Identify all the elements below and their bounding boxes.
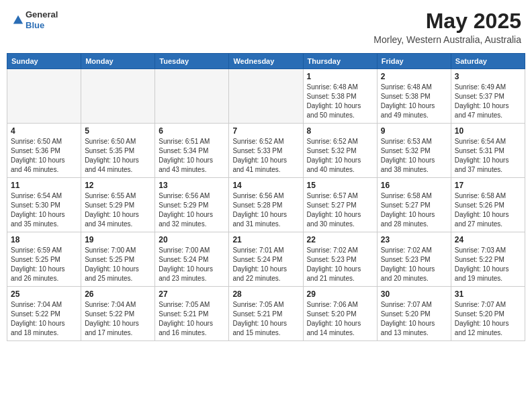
day-info: Sunrise: 6:57 AMSunset: 5:27 PMDaylight:… xyxy=(307,191,373,229)
calendar-table: SundayMondayTuesdayWednesdayThursdayFrid… xyxy=(7,53,525,341)
calendar-cell: 20Sunrise: 7:00 AMSunset: 5:24 PMDayligh… xyxy=(155,232,229,287)
calendar-cell: 15Sunrise: 6:57 AMSunset: 5:27 PMDayligh… xyxy=(303,178,377,232)
day-info: Sunrise: 7:06 AMSunset: 5:20 PMDaylight:… xyxy=(307,300,373,338)
day-number: 6 xyxy=(159,126,225,136)
calendar-cell: 17Sunrise: 6:58 AMSunset: 5:26 PMDayligh… xyxy=(451,178,525,232)
calendar-cell: 19Sunrise: 7:00 AMSunset: 5:25 PMDayligh… xyxy=(81,232,155,287)
calendar-week-row: 11Sunrise: 6:54 AMSunset: 5:30 PMDayligh… xyxy=(7,178,525,232)
calendar-cell xyxy=(81,69,155,124)
day-info: Sunrise: 7:04 AMSunset: 5:22 PMDaylight:… xyxy=(85,300,151,338)
calendar-cell: 16Sunrise: 6:58 AMSunset: 5:27 PMDayligh… xyxy=(377,178,451,232)
calendar-cell: 13Sunrise: 6:56 AMSunset: 5:29 PMDayligh… xyxy=(155,178,229,232)
day-number: 4 xyxy=(11,126,77,136)
day-number: 20 xyxy=(159,235,225,244)
calendar-cell: 1Sunrise: 6:48 AMSunset: 5:38 PMDaylight… xyxy=(303,69,377,124)
day-number: 1 xyxy=(307,72,373,81)
day-number: 28 xyxy=(232,289,299,299)
calendar-cell: 11Sunrise: 6:54 AMSunset: 5:30 PMDayligh… xyxy=(7,178,81,232)
day-number: 18 xyxy=(11,235,77,244)
day-number: 14 xyxy=(232,181,299,190)
logo-icon xyxy=(12,14,24,26)
day-number: 25 xyxy=(11,289,77,299)
calendar-cell: 27Sunrise: 7:05 AMSunset: 5:21 PMDayligh… xyxy=(155,287,229,341)
calendar-cell: 3Sunrise: 6:49 AMSunset: 5:37 PMDaylight… xyxy=(451,69,525,124)
page-header: General Blue May 2025 Morley, Western Au… xyxy=(7,7,525,48)
day-info: Sunrise: 7:00 AMSunset: 5:24 PMDaylight:… xyxy=(159,246,225,283)
day-info: Sunrise: 6:58 AMSunset: 5:27 PMDaylight:… xyxy=(381,191,447,229)
calendar-cell: 21Sunrise: 7:01 AMSunset: 5:24 PMDayligh… xyxy=(229,232,303,287)
calendar-cell: 18Sunrise: 6:59 AMSunset: 5:25 PMDayligh… xyxy=(7,232,81,287)
day-number: 22 xyxy=(307,235,373,244)
day-number: 7 xyxy=(232,126,299,136)
weekday-header: Saturday xyxy=(451,54,525,69)
day-info: Sunrise: 7:02 AMSunset: 5:23 PMDaylight:… xyxy=(381,246,447,283)
day-info: Sunrise: 7:02 AMSunset: 5:23 PMDaylight:… xyxy=(307,246,373,283)
calendar-cell: 10Sunrise: 6:54 AMSunset: 5:31 PMDayligh… xyxy=(451,124,525,178)
weekday-header: Friday xyxy=(377,54,451,69)
day-info: Sunrise: 6:58 AMSunset: 5:26 PMDaylight:… xyxy=(455,191,521,229)
day-info: Sunrise: 7:04 AMSunset: 5:22 PMDaylight:… xyxy=(11,300,77,338)
day-info: Sunrise: 6:50 AMSunset: 5:35 PMDaylight:… xyxy=(85,137,151,175)
day-info: Sunrise: 6:50 AMSunset: 5:36 PMDaylight:… xyxy=(11,137,77,175)
day-info: Sunrise: 7:03 AMSunset: 5:22 PMDaylight:… xyxy=(455,246,521,283)
day-number: 11 xyxy=(11,181,77,190)
weekday-header: Sunday xyxy=(7,54,81,69)
calendar-cell: 9Sunrise: 6:53 AMSunset: 5:32 PMDaylight… xyxy=(377,124,451,178)
day-info: Sunrise: 6:54 AMSunset: 5:30 PMDaylight:… xyxy=(11,191,77,229)
day-number: 29 xyxy=(307,289,373,299)
calendar-cell: 12Sunrise: 6:55 AMSunset: 5:29 PMDayligh… xyxy=(81,178,155,232)
calendar-week-row: 25Sunrise: 7:04 AMSunset: 5:22 PMDayligh… xyxy=(7,287,525,341)
day-number: 8 xyxy=(307,126,373,136)
day-info: Sunrise: 7:07 AMSunset: 5:20 PMDaylight:… xyxy=(381,300,447,338)
calendar-cell: 30Sunrise: 7:07 AMSunset: 5:20 PMDayligh… xyxy=(377,287,451,341)
day-number: 17 xyxy=(455,181,521,190)
day-number: 26 xyxy=(85,289,151,299)
weekday-header: Tuesday xyxy=(155,54,229,69)
weekday-header-row: SundayMondayTuesdayWednesdayThursdayFrid… xyxy=(7,54,525,69)
calendar-cell xyxy=(7,69,81,124)
calendar-cell: 31Sunrise: 7:07 AMSunset: 5:20 PMDayligh… xyxy=(451,287,525,341)
day-info: Sunrise: 6:48 AMSunset: 5:38 PMDaylight:… xyxy=(307,83,373,120)
day-number: 10 xyxy=(455,126,521,136)
svg-marker-0 xyxy=(13,15,23,24)
day-info: Sunrise: 6:51 AMSunset: 5:34 PMDaylight:… xyxy=(159,137,225,175)
day-number: 19 xyxy=(85,235,151,244)
day-info: Sunrise: 6:56 AMSunset: 5:29 PMDaylight:… xyxy=(159,191,225,229)
calendar-cell: 14Sunrise: 6:56 AMSunset: 5:28 PMDayligh… xyxy=(229,178,303,232)
weekday-header: Monday xyxy=(81,54,155,69)
month-title: May 2025 xyxy=(373,9,521,33)
logo-text: General Blue xyxy=(26,9,58,30)
day-number: 2 xyxy=(381,72,447,81)
day-number: 9 xyxy=(381,126,447,136)
day-info: Sunrise: 7:05 AMSunset: 5:21 PMDaylight:… xyxy=(232,300,299,338)
calendar-cell: 5Sunrise: 6:50 AMSunset: 5:35 PMDaylight… xyxy=(81,124,155,178)
day-number: 24 xyxy=(455,235,521,244)
calendar-week-row: 18Sunrise: 6:59 AMSunset: 5:25 PMDayligh… xyxy=(7,232,525,287)
calendar-cell: 7Sunrise: 6:52 AMSunset: 5:33 PMDaylight… xyxy=(229,124,303,178)
day-number: 16 xyxy=(381,181,447,190)
calendar-cell: 8Sunrise: 6:52 AMSunset: 5:32 PMDaylight… xyxy=(303,124,377,178)
calendar-cell: 6Sunrise: 6:51 AMSunset: 5:34 PMDaylight… xyxy=(155,124,229,178)
calendar-cell: 26Sunrise: 7:04 AMSunset: 5:22 PMDayligh… xyxy=(81,287,155,341)
day-info: Sunrise: 6:49 AMSunset: 5:37 PMDaylight:… xyxy=(455,83,521,120)
day-number: 23 xyxy=(381,235,447,244)
weekday-header: Thursday xyxy=(303,54,377,69)
day-info: Sunrise: 6:54 AMSunset: 5:31 PMDaylight:… xyxy=(455,137,521,175)
day-info: Sunrise: 7:00 AMSunset: 5:25 PMDaylight:… xyxy=(85,246,151,283)
calendar-week-row: 4Sunrise: 6:50 AMSunset: 5:36 PMDaylight… xyxy=(7,124,525,178)
calendar-cell xyxy=(155,69,229,124)
day-number: 15 xyxy=(307,181,373,190)
location-title: Morley, Western Australia, Australia xyxy=(373,34,521,45)
title-block: May 2025 Morley, Western Australia, Aust… xyxy=(373,9,521,45)
calendar-cell: 25Sunrise: 7:04 AMSunset: 5:22 PMDayligh… xyxy=(7,287,81,341)
logo: General Blue xyxy=(11,9,58,30)
day-number: 31 xyxy=(455,289,521,299)
calendar-cell: 22Sunrise: 7:02 AMSunset: 5:23 PMDayligh… xyxy=(303,232,377,287)
calendar-cell xyxy=(229,69,303,124)
day-info: Sunrise: 6:48 AMSunset: 5:38 PMDaylight:… xyxy=(381,83,447,120)
calendar-cell: 29Sunrise: 7:06 AMSunset: 5:20 PMDayligh… xyxy=(303,287,377,341)
day-number: 12 xyxy=(85,181,151,190)
day-info: Sunrise: 6:59 AMSunset: 5:25 PMDaylight:… xyxy=(11,246,77,283)
calendar-cell: 23Sunrise: 7:02 AMSunset: 5:23 PMDayligh… xyxy=(377,232,451,287)
calendar-cell: 24Sunrise: 7:03 AMSunset: 5:22 PMDayligh… xyxy=(451,232,525,287)
